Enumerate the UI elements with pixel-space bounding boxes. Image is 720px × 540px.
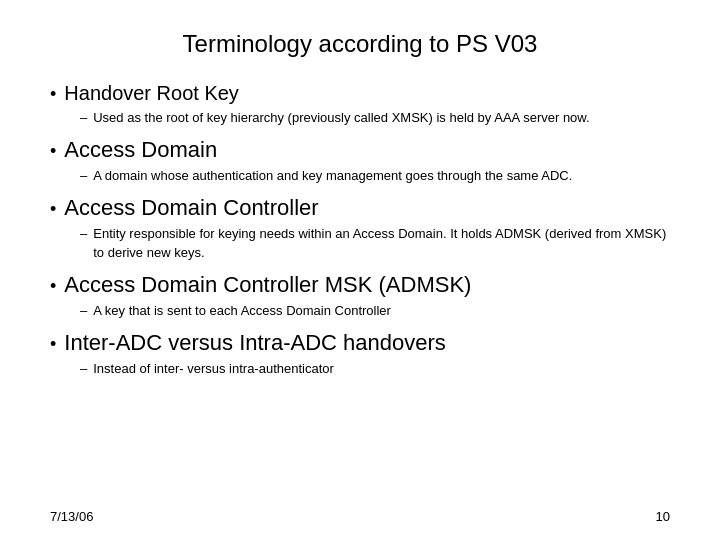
bullet-dot-1: • [50,84,56,105]
bullet-text-1: Handover Root Key [64,82,239,105]
bullet-item-3: • Access Domain Controller – Entity resp… [50,195,670,261]
bullet-dot-5: • [50,334,56,355]
sub-text-4: A key that is sent to each Access Domain… [93,302,670,320]
sub-bullets-5: – Instead of inter- versus intra-authent… [80,360,670,378]
sub-bullet-1: – Used as the root of key hierarchy (pre… [80,109,670,127]
sub-dash-3: – [80,225,87,243]
bullet-main-2: • Access Domain [50,137,670,163]
sub-dash-2: – [80,167,87,185]
sub-bullet-5: – Instead of inter- versus intra-authent… [80,360,670,378]
sub-bullet-3: – Entity responsible for keying needs wi… [80,225,670,261]
bullet-dot-2: • [50,141,56,162]
sub-text-2: A domain whose authentication and key ma… [93,167,670,185]
bullet-main-4: • Access Domain Controller MSK (ADMSK) [50,272,670,298]
footer-date: 7/13/06 [50,509,93,524]
sub-bullet-2: – A domain whose authentication and key … [80,167,670,185]
sub-text-3: Entity responsible for keying needs with… [93,225,670,261]
bullet-item-1: • Handover Root Key – Used as the root o… [50,82,670,127]
sub-bullets-2: – A domain whose authentication and key … [80,167,670,185]
bullet-main-5: • Inter-ADC versus Intra-ADC handovers [50,330,670,356]
sub-bullets-4: – A key that is sent to each Access Doma… [80,302,670,320]
bullet-main-1: • Handover Root Key [50,82,670,105]
bullet-item-4: • Access Domain Controller MSK (ADMSK) –… [50,272,670,320]
bullet-text-3: Access Domain Controller [64,195,318,221]
slide: Terminology according to PS V03 • Handov… [0,0,720,540]
sub-dash-4: – [80,302,87,320]
sub-bullets-1: – Used as the root of key hierarchy (pre… [80,109,670,127]
bullet-item-2: • Access Domain – A domain whose authent… [50,137,670,185]
bullet-dot-4: • [50,276,56,297]
bullet-text-2: Access Domain [64,137,217,163]
content-area: • Handover Root Key – Used as the root o… [50,82,670,378]
sub-bullet-4: – A key that is sent to each Access Doma… [80,302,670,320]
sub-text-5: Instead of inter- versus intra-authentic… [93,360,670,378]
bullet-item-5: • Inter-ADC versus Intra-ADC handovers –… [50,330,670,378]
sub-bullets-3: – Entity responsible for keying needs wi… [80,225,670,261]
bullet-main-3: • Access Domain Controller [50,195,670,221]
sub-dash-1: – [80,109,87,127]
slide-title: Terminology according to PS V03 [50,30,670,58]
bullet-dot-3: • [50,199,56,220]
footer-page: 10 [656,509,670,524]
bullet-text-4: Access Domain Controller MSK (ADMSK) [64,272,471,298]
bullet-text-5: Inter-ADC versus Intra-ADC handovers [64,330,445,356]
footer: 7/13/06 10 [50,509,670,524]
sub-text-1: Used as the root of key hierarchy (previ… [93,109,670,127]
sub-dash-5: – [80,360,87,378]
